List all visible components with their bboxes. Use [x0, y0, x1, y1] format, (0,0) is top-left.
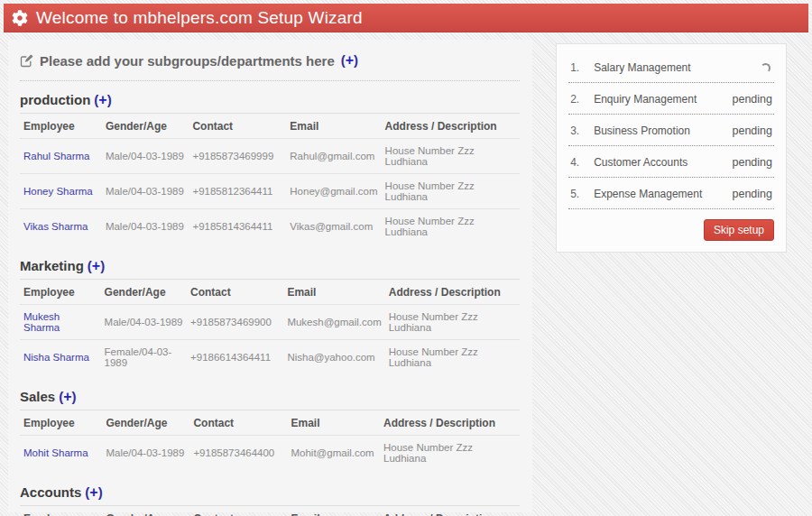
employee-cell: Male/04-03-1989	[101, 305, 187, 340]
employee-row: Rahul SharmaMale/04-03-1989+918587346999…	[20, 139, 520, 174]
gear-icon	[12, 10, 28, 26]
main-panel: Please add your subgroups/departments he…	[8, 40, 532, 512]
employee-cell: House Number Zzz Ludhiana	[385, 305, 520, 340]
department-heading: Marketing(+)	[20, 255, 520, 280]
step-number: 3.	[570, 124, 594, 137]
step-status: pending	[733, 124, 773, 137]
step-item: 3.Business Promotionpending	[568, 115, 774, 146]
main-heading: Please add your subgroups/departments he…	[20, 49, 520, 81]
page-title: Welcome to mbhelpers.com Setup Wizard	[36, 8, 363, 28]
employee-cell: House Number Zzz Ludhiana	[385, 340, 520, 375]
edit-icon	[20, 54, 33, 68]
employee-link[interactable]: Vikas Sharma	[23, 221, 88, 232]
step-label: Salary Management	[594, 61, 761, 74]
column-header: Contact	[189, 506, 287, 516]
employee-cell: Rahul@gmail.com	[286, 139, 381, 174]
column-header: Employee	[20, 280, 101, 305]
employee-row: Mukesh SharmaMale/04-03-1989+91858734699…	[20, 305, 520, 340]
department-heading: Accounts(+)	[20, 482, 520, 506]
employee-cell: Mohit Sharma	[20, 436, 102, 471]
department-name: Marketing	[20, 258, 84, 273]
employee-row: Honey SharmaMale/04-03-1989+918581236441…	[20, 174, 520, 209]
column-header: Email	[283, 280, 384, 305]
employee-cell: Vikas@gmail.com	[286, 209, 381, 244]
employee-cell: +9185873469900	[187, 305, 283, 340]
employee-cell: Rahul Sharma	[20, 139, 102, 174]
steps-list: 1.Salary Management2.Enquiry Managementp…	[568, 51, 774, 209]
employee-row: Mohit SharmaMale/04-03-1989+918587346440…	[20, 436, 520, 471]
step-item: 2.Enquiry Managementpending	[568, 83, 774, 115]
employee-cell: +9185873469999	[189, 139, 286, 174]
loading-spinner-icon	[761, 63, 770, 73]
column-header: Employee	[20, 114, 102, 139]
employee-link[interactable]: Rahul Sharma	[23, 151, 90, 161]
step-label: Business Promotion	[594, 124, 732, 137]
department-section: production(+)EmployeeGender/AgeContactEm…	[20, 89, 520, 244]
column-header: Employee	[20, 506, 102, 516]
step-status: pending	[733, 156, 773, 169]
step-label: Enquiry Management	[594, 93, 732, 106]
column-header: Contact	[187, 280, 283, 305]
add-employee-button[interactable]: (+)	[85, 484, 102, 500]
main-heading-text: Please add your subgroups/departments he…	[40, 53, 335, 69]
employee-cell: House Number Zzz Ludhiana	[382, 209, 521, 244]
employees-table: EmployeeGender/AgeContactEmailAddress / …	[20, 506, 520, 516]
column-header: Contact	[189, 114, 286, 139]
add-employee-button[interactable]: (+)	[94, 92, 111, 107]
column-header: Address / Description	[380, 506, 520, 516]
column-header: Employee	[20, 410, 102, 436]
employees-table: EmployeeGender/AgeContactEmailAddress / …	[20, 280, 520, 374]
column-header: Address / Description	[385, 280, 520, 305]
content-area: Please add your subgroups/departments he…	[4, 32, 808, 512]
step-item: 5.Expense Managementpending	[568, 178, 774, 209]
department-heading: Sales(+)	[20, 386, 520, 410]
employee-link[interactable]: Mukesh Sharma	[23, 311, 60, 333]
employee-link[interactable]: Honey Sharma	[23, 186, 93, 197]
department-heading: production(+)	[20, 89, 520, 114]
department-name: Accounts	[20, 484, 81, 500]
employees-table: EmployeeGender/AgeContactEmailAddress / …	[20, 114, 520, 244]
department-name: Sales	[20, 389, 55, 404]
employee-cell: House Number Zzz Ludhiana	[382, 139, 521, 174]
step-number: 1.	[570, 61, 594, 74]
department-name: production	[20, 92, 90, 107]
employee-cell: Nisha Sharma	[20, 340, 101, 375]
department-section: Marketing(+)EmployeeGender/AgeContactEma…	[20, 255, 520, 374]
employee-link[interactable]: Mohit Sharma	[23, 447, 88, 458]
employee-cell: Honey Sharma	[20, 174, 102, 209]
employee-cell: Nisha@yahoo.com	[283, 340, 384, 375]
column-header: Contact	[189, 410, 287, 436]
column-header: Address / Description	[382, 114, 521, 139]
column-header: Email	[286, 114, 381, 139]
column-header: Gender/Age	[102, 506, 189, 516]
step-label: Customer Accounts	[594, 156, 732, 169]
column-header: Email	[287, 410, 380, 436]
employee-cell: +9185812364411	[189, 174, 286, 209]
employee-cell: Mohit@gmail.com	[287, 436, 380, 471]
employee-cell: +9186614364411	[187, 340, 283, 375]
employee-link[interactable]: Nisha Sharma	[23, 352, 89, 363]
employee-cell: House Number Zzz Ludhiana	[382, 174, 521, 209]
employee-cell: Mukesh Sharma	[20, 305, 101, 340]
setup-steps-panel: 1.Salary Management2.Enquiry Managementp…	[556, 43, 787, 253]
column-header: Gender/Age	[102, 114, 189, 139]
employee-cell: House Number Zzz Ludhiana	[380, 436, 520, 471]
add-employee-button[interactable]: (+)	[59, 389, 76, 404]
add-subgroup-button[interactable]: (+)	[341, 52, 358, 69]
step-label: Expense Management	[594, 188, 732, 200]
step-number: 4.	[570, 156, 594, 169]
add-employee-button[interactable]: (+)	[88, 258, 105, 273]
column-header: Address / Description	[380, 410, 520, 436]
groups-container: production(+)EmployeeGender/AgeContactEm…	[20, 86, 520, 516]
app-header: Welcome to mbhelpers.com Setup Wizard	[4, 4, 808, 32]
skip-setup-button[interactable]: Skip setup	[704, 219, 774, 241]
employee-cell: +9185814364411	[189, 209, 286, 244]
step-number: 2.	[570, 93, 594, 106]
step-status: pending	[733, 188, 773, 200]
employee-cell: Male/04-03-1989	[102, 209, 189, 244]
department-section: Sales(+)EmployeeGender/AgeContactEmailAd…	[20, 386, 520, 470]
employee-cell: Vikas Sharma	[20, 209, 102, 244]
column-header: Gender/Age	[102, 410, 189, 436]
page: Welcome to mbhelpers.com Setup Wizard Pl…	[0, 0, 812, 516]
step-status: pending	[733, 93, 773, 106]
